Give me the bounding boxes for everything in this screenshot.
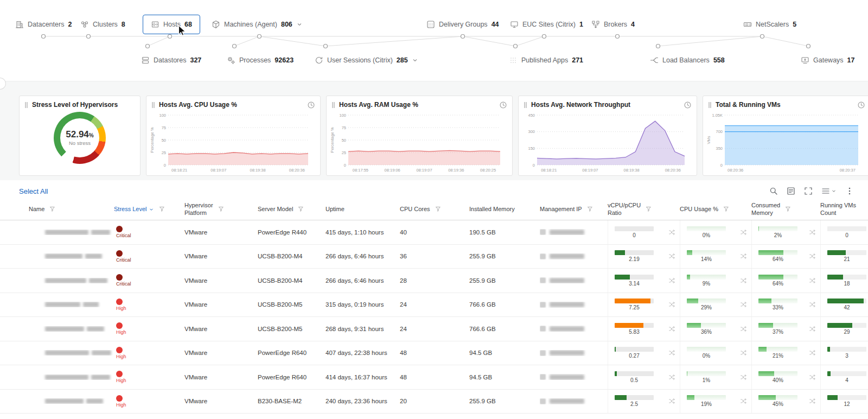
topology-node-datacenters[interactable]: Datacenters2: [15, 16, 72, 33]
compare-icon[interactable]: [669, 301, 675, 308]
cell-installed-memory: 255.9 GB: [469, 277, 540, 284]
kebab-menu-icon[interactable]: [845, 187, 854, 195]
topology-node-user-sessions-citrix[interactable]: User Sessions (Citrix)285: [315, 52, 418, 68]
datacenters-icon: [15, 20, 24, 29]
redacted-ip: [550, 253, 584, 259]
node-count: 327: [190, 56, 201, 64]
cell-stress-level: High: [114, 322, 184, 335]
column-header-running-vms-count[interactable]: Running VMs Count: [820, 202, 868, 217]
filter-icon[interactable]: [159, 206, 165, 212]
topology-node-euc-sites-citrix[interactable]: EUC Sites (Citrix)1: [510, 16, 583, 33]
topology-node-load-balancers[interactable]: Load Balancers558: [650, 52, 725, 68]
topology-node-machines-agent[interactable]: Machines (Agent)806: [212, 16, 303, 33]
compare-icon[interactable]: [809, 350, 816, 356]
column-header-installed-memory[interactable]: Installed Memory: [469, 206, 540, 213]
ratio-bar: [615, 347, 654, 352]
node-count: 806: [281, 21, 292, 28]
compare-icon[interactable]: [669, 398, 675, 404]
filter-icon[interactable]: [646, 206, 652, 212]
fullscreen-icon[interactable]: [804, 187, 813, 195]
filter-icon[interactable]: [435, 206, 441, 212]
table-row[interactable]: CriticalVMwarePowerEdge R440415 days, 1:…: [0, 220, 868, 245]
topology-node-hosts[interactable]: Hosts68: [143, 15, 200, 34]
table-row[interactable]: HighVMwarePowerEdge R640414 days, 16:37 …: [0, 365, 868, 390]
table-row[interactable]: HighVMwareUCSB-B200-M5315 days, 0:19 hou…: [0, 293, 868, 318]
compare-icon[interactable]: [741, 253, 747, 259]
drag-handle-icon: [524, 102, 527, 108]
table-row[interactable]: HighVMwareUCSB-B200-M5268 days, 9:31 hou…: [0, 317, 868, 341]
stress-label: Critical: [116, 233, 131, 238]
compare-icon[interactable]: [741, 301, 747, 308]
topology-node-delivery-groups[interactable]: Delivery Groups44: [426, 16, 499, 33]
report-icon[interactable]: [787, 187, 795, 195]
filter-icon[interactable]: [785, 206, 791, 212]
compare-icon[interactable]: [809, 374, 816, 380]
filter-icon[interactable]: [218, 206, 224, 212]
compare-icon[interactable]: [741, 350, 747, 356]
column-header-hypervisor-platform[interactable]: Hypervisor Platform: [184, 202, 258, 217]
topology-node-brokers[interactable]: Brokers4: [591, 16, 635, 33]
cell-installed-memory: 94.5 GB: [469, 374, 540, 380]
table-row[interactable]: CriticalVMwareUCSB-B200-M4266 days, 6:46…: [0, 269, 868, 293]
compare-icon[interactable]: [809, 277, 816, 284]
topology-node-clusters[interactable]: Clusters8: [80, 16, 125, 33]
compare-icon[interactable]: [809, 326, 816, 332]
cell-management-ip: [540, 253, 608, 259]
clock-icon[interactable]: [857, 101, 865, 109]
compare-icon[interactable]: [669, 253, 675, 259]
topology-node-datastores[interactable]: Datastores327: [141, 52, 201, 68]
search-icon[interactable]: [769, 187, 778, 195]
node-count: 4: [631, 21, 635, 28]
table-row[interactable]: HighVMwarePowerEdge R640407 days, 22:38 …: [0, 341, 868, 366]
compare-icon[interactable]: [741, 229, 747, 236]
column-header-consumed-memory[interactable]: Consumed Memory: [751, 202, 820, 217]
compare-icon[interactable]: [809, 398, 816, 404]
column-header-uptime[interactable]: Uptime: [326, 206, 400, 213]
table-row[interactable]: CriticalVMwareUCSB-B200-M4266 days, 6:46…: [0, 245, 868, 269]
compare-icon[interactable]: [669, 326, 675, 332]
consumed-memory-value: 37%: [773, 329, 783, 335]
cpu-usage-bar: [687, 299, 726, 303]
cell-cpu-cores: 20: [400, 398, 469, 404]
chevron-down-icon[interactable]: [412, 57, 418, 64]
clock-icon[interactable]: [684, 101, 692, 109]
clock-icon[interactable]: [499, 101, 507, 109]
compare-icon[interactable]: [741, 398, 747, 404]
topology-node-gateways[interactable]: Gateways17: [801, 52, 855, 68]
cell-hypervisor-platform: VMware: [184, 326, 258, 332]
table-row[interactable]: HighVMwareB230-BASE-M2240 days, 23:36 ho…: [0, 390, 868, 414]
filter-icon[interactable]: [298, 206, 304, 212]
compare-icon[interactable]: [809, 253, 816, 259]
topology-node-processes[interactable]: Processes92623: [227, 52, 293, 68]
chevron-down-icon[interactable]: [296, 21, 303, 28]
compare-icon[interactable]: [741, 277, 747, 284]
topology-node-published-apps[interactable]: Published Apps271: [509, 52, 583, 68]
compare-icon[interactable]: [669, 277, 675, 284]
svg-text:150: 150: [528, 146, 535, 151]
compare-icon[interactable]: [741, 326, 747, 332]
column-label: Hypervisor Platform: [184, 202, 213, 217]
column-header-server-model[interactable]: Server Model: [258, 206, 326, 213]
filter-icon[interactable]: [723, 206, 729, 212]
compare-icon[interactable]: [669, 229, 675, 236]
stress-label: High: [116, 329, 126, 335]
column-header-cpu-cores[interactable]: CPU Cores: [400, 206, 469, 213]
column-header-cpu-usage[interactable]: CPU Usage %: [680, 206, 751, 213]
column-header-name[interactable]: Name: [19, 206, 114, 213]
columns-icon[interactable]: [821, 187, 837, 195]
column-header-stress-level[interactable]: Stress Level: [114, 206, 184, 213]
compare-icon[interactable]: [809, 229, 816, 236]
consumed-memory-bar: [758, 347, 797, 352]
clock-icon[interactable]: [307, 101, 315, 109]
topology-node-netscalers[interactable]: NetScalers5: [743, 16, 796, 33]
compare-icon[interactable]: [669, 350, 675, 356]
select-all-link[interactable]: Select All: [19, 187, 48, 195]
filter-icon[interactable]: [49, 206, 55, 212]
filter-icon[interactable]: [587, 206, 593, 212]
cell-cpu-cores: 40: [400, 229, 469, 236]
column-header-management-ip[interactable]: Management IP: [540, 206, 608, 213]
compare-icon[interactable]: [741, 374, 747, 380]
compare-icon[interactable]: [809, 301, 816, 308]
column-header-vcpu-pcpu-ratio[interactable]: vCPU/pCPU Ratio: [608, 202, 680, 217]
compare-icon[interactable]: [669, 374, 675, 380]
